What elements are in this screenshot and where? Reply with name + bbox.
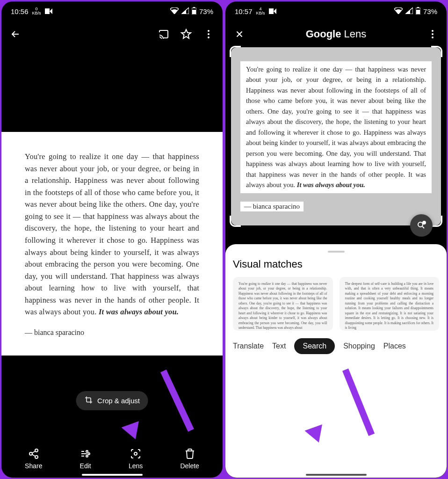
- match-card-2[interactable]: The deepest form of self-care is buildin…: [340, 277, 440, 331]
- crop-icon: [84, 396, 93, 406]
- photo-content[interactable]: You're going to realize it one day — tha…: [1, 47, 223, 440]
- sheet-handle[interactable]: [328, 251, 345, 253]
- delete-icon: [184, 448, 195, 459]
- photos-viewer-screen: 10:56 0 KB/s 73%: [1, 1, 223, 478]
- svg-point-17: [432, 33, 434, 35]
- detected-text: You're going to realize it one day — tha…: [240, 61, 432, 193]
- status-bar: 10:57 4 KB/s 73%: [225, 1, 447, 21]
- badge-icon: [269, 7, 276, 15]
- badge-icon: [45, 7, 52, 15]
- svg-rect-1: [193, 7, 195, 8]
- svg-point-7: [29, 452, 32, 455]
- crop-corner-tr[interactable]: [431, 46, 442, 57]
- more-icon[interactable]: [426, 28, 439, 41]
- svg-point-18: [432, 36, 434, 38]
- close-icon[interactable]: [233, 28, 246, 41]
- lens-button[interactable]: Lens: [129, 448, 143, 470]
- tab-shopping[interactable]: Shopping: [343, 342, 375, 350]
- detected-author: — bianca sparacino: [240, 202, 303, 211]
- wifi-icon: [394, 7, 403, 15]
- match-card-1[interactable]: You're going to realize it one day — tha…: [233, 277, 333, 331]
- search-in-image-icon: [416, 220, 427, 231]
- network-speed: 0 KB/s: [32, 7, 41, 15]
- signal-icon: [181, 7, 189, 15]
- battery-percent: 73%: [423, 7, 437, 15]
- tab-translate[interactable]: Translate: [233, 342, 264, 350]
- lens-screen: 10:57 4 KB/s 73% Google Lens: [225, 1, 447, 478]
- status-bar: 10:56 0 KB/s 73%: [1, 1, 223, 21]
- status-time: 10:56: [11, 7, 29, 15]
- more-icon[interactable]: [202, 28, 215, 41]
- quote-image: You're going to realize it one day — tha…: [1, 132, 223, 356]
- quote-text: You're going to realize it one day — tha…: [25, 151, 199, 318]
- mode-tabs: Translate Text Search Shopping Places: [233, 331, 439, 359]
- crop-adjust-button[interactable]: Crop & adjust: [76, 391, 148, 410]
- svg-rect-2: [192, 10, 196, 14]
- svg-point-16: [432, 30, 434, 32]
- bottom-actions: Share Edit Lens Delete: [1, 440, 223, 478]
- svg-point-20: [423, 221, 426, 224]
- nav-handle[interactable]: [82, 474, 143, 476]
- cast-icon[interactable]: [157, 28, 170, 41]
- svg-point-6: [35, 449, 38, 452]
- status-time: 10:57: [235, 7, 253, 15]
- crop-corner-br[interactable]: [431, 216, 442, 227]
- lens-crop-frame[interactable]: You're going to realize it one day — tha…: [231, 47, 441, 225]
- signal-icon: [405, 7, 413, 15]
- svg-rect-14: [417, 7, 419, 8]
- battery-icon: [416, 7, 420, 16]
- svg-point-3: [208, 30, 210, 32]
- share-button[interactable]: Share: [25, 448, 42, 470]
- svg-point-10: [88, 453, 90, 455]
- visual-matches-row: You're going to realize it one day — tha…: [233, 277, 439, 331]
- crop-label: Crop & adjust: [97, 397, 140, 405]
- quote-author: — bianca sparacino: [25, 328, 199, 337]
- svg-point-4: [208, 33, 210, 35]
- share-icon: [28, 448, 39, 459]
- edit-button[interactable]: Edit: [80, 448, 91, 470]
- lens-title: Google Lens: [246, 28, 426, 40]
- lens-viewport: You're going to realize it one day — tha…: [225, 47, 447, 478]
- wifi-icon: [170, 7, 179, 15]
- svg-rect-15: [416, 10, 420, 14]
- back-icon[interactable]: [9, 28, 22, 41]
- svg-point-11: [86, 455, 88, 457]
- svg-point-12: [134, 452, 137, 455]
- lens-search-fab[interactable]: [410, 214, 433, 237]
- nav-handle[interactable]: [306, 474, 367, 476]
- network-speed: 4 KB/s: [256, 7, 265, 15]
- battery-icon: [192, 7, 196, 16]
- edit-icon: [80, 448, 91, 459]
- star-icon[interactable]: [180, 28, 193, 41]
- results-sheet[interactable]: Visual matches You're going to realize i…: [225, 244, 447, 478]
- crop-corner-bl[interactable]: [230, 216, 241, 227]
- svg-point-19: [418, 222, 423, 227]
- delete-button[interactable]: Delete: [180, 448, 199, 470]
- svg-point-5: [208, 36, 210, 38]
- lens-icon: [130, 448, 141, 459]
- battery-percent: 73%: [199, 7, 213, 15]
- svg-point-8: [35, 456, 38, 458]
- photo-app-bar: [1, 21, 223, 47]
- sheet-title: Visual matches: [233, 258, 439, 270]
- tab-text[interactable]: Text: [272, 342, 286, 350]
- lens-app-bar: Google Lens: [225, 21, 447, 47]
- crop-corner-tl[interactable]: [230, 46, 241, 57]
- tab-search[interactable]: Search: [294, 338, 335, 354]
- tab-places[interactable]: Places: [383, 342, 406, 350]
- svg-point-9: [86, 450, 88, 452]
